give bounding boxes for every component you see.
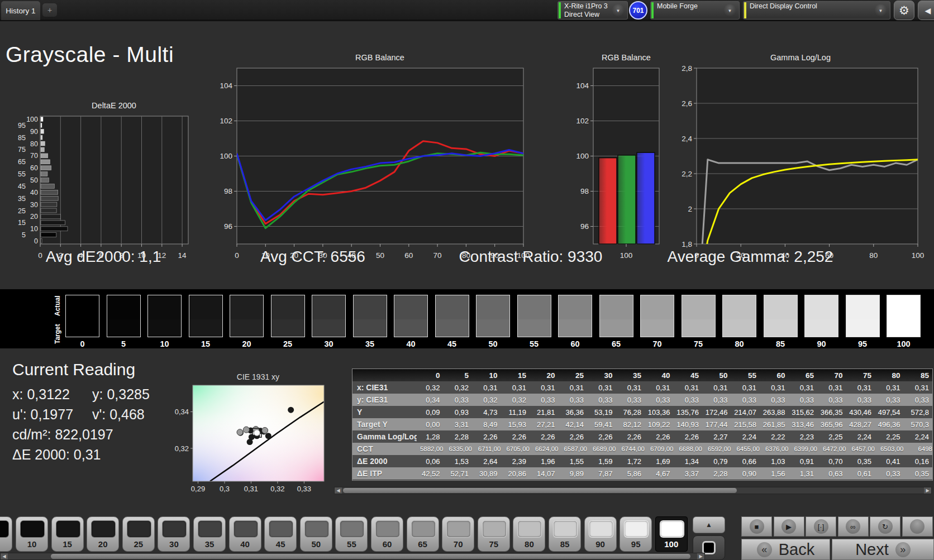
table-cell: 11,19 <box>503 406 532 418</box>
pattern-scrollbar-thumb[interactable] <box>51 554 690 559</box>
meter-status-badge[interactable]: 701 <box>629 1 647 20</box>
display-control-dropdown[interactable]: Direct Display Control ▼ <box>743 1 890 20</box>
pattern-level-button-75[interactable]: 75 <box>478 516 510 552</box>
scroll-left-icon[interactable]: ◀ <box>335 487 342 494</box>
scroll-left-icon[interactable]: ◀ <box>1 553 8 559</box>
collapse-panel-button[interactable]: ◀ <box>918 1 934 20</box>
pattern-level-swatch <box>269 520 293 538</box>
pattern-level-label: 85 <box>549 539 580 549</box>
pattern-level-button-90[interactable]: 90 <box>584 516 617 552</box>
table-cell: 6376,00 <box>762 443 791 455</box>
svg-text:0: 0 <box>38 251 42 260</box>
table-cell: 1,56 <box>762 467 791 480</box>
svg-text:DeltaE 2000: DeltaE 2000 <box>92 101 136 110</box>
back-button[interactable]: « Back <box>741 539 830 560</box>
table-cell: 4,67 <box>647 467 676 480</box>
pattern-level-button-80[interactable]: 80 <box>513 516 545 552</box>
swatch-actual <box>518 295 551 319</box>
next-button[interactable]: Next » <box>832 539 934 560</box>
table-row: ΔE 20000,061,532,642,391,961,551,591,721… <box>352 455 933 467</box>
pattern-level-button-95[interactable]: 95 <box>620 516 652 552</box>
pattern-level-button-10[interactable]: 10 <box>16 516 48 552</box>
scroll-right-icon[interactable]: ▶ <box>697 553 704 559</box>
table-col-header: 10 <box>474 369 503 381</box>
blank-button[interactable] <box>902 516 933 537</box>
step-button[interactable]: [·] <box>806 516 836 537</box>
pattern-level-button-30[interactable]: 30 <box>158 516 190 552</box>
svg-text:5: 5 <box>22 231 26 239</box>
pattern-level-button-25[interactable]: 25 <box>122 516 155 552</box>
table-col-header: 30 <box>589 369 618 381</box>
scroll-right-icon[interactable]: ▶ <box>924 487 931 494</box>
table-corner-cell <box>352 369 417 381</box>
table-cell: 0,00 <box>417 418 446 430</box>
left-arrow-icon: ◀ <box>925 6 931 15</box>
table-cell: 261,85 <box>762 418 791 430</box>
pattern-level-swatch <box>517 520 542 538</box>
pattern-level-label: 100 <box>656 539 687 549</box>
grayscale-swatch-60 <box>558 295 592 337</box>
table-scrollbar-thumb[interactable] <box>343 488 737 493</box>
svg-text:50: 50 <box>376 251 384 260</box>
pattern-level-button-65[interactable]: 65 <box>407 516 439 552</box>
table-cell: 6457,00 <box>849 443 878 455</box>
pattern-up-button[interactable]: ▲ <box>693 516 725 533</box>
table-cell: 0,31 <box>877 381 906 394</box>
pattern-scrollbar[interactable]: ◀ ▶ <box>0 553 705 560</box>
settings-button[interactable]: ⚙ <box>894 1 914 20</box>
chevron-up-icon: ▲ <box>706 521 712 529</box>
svg-text:0,29: 0,29 <box>191 485 205 493</box>
pattern-level-button-45[interactable]: 45 <box>264 516 297 552</box>
table-cell: 570,3 <box>906 418 933 430</box>
pattern-level-button-35[interactable]: 35 <box>193 516 226 552</box>
svg-text:50: 50 <box>30 176 38 184</box>
table-scrollbar[interactable]: ◀ ▶ <box>334 487 932 494</box>
table-cell: 0,06 <box>417 455 446 467</box>
pattern-level-button-70[interactable]: 70 <box>442 516 474 552</box>
table-cell: 2,25 <box>877 430 906 443</box>
table-cell: 0,33 <box>849 394 878 406</box>
pattern-level-swatch <box>624 520 649 538</box>
chevrons-right-icon: » <box>895 542 911 557</box>
table-cell: 0,33 <box>733 394 763 406</box>
table-cell: 0,34 <box>417 394 446 406</box>
table-cell: 0,31 <box>589 381 618 394</box>
pattern-level-button-100[interactable]: 100 <box>655 516 688 552</box>
charts-canvas: 0246810121405101520253035404550556065707… <box>0 50 934 262</box>
svg-text:20: 20 <box>30 213 38 221</box>
pattern-level-button-20[interactable]: 20 <box>87 516 119 552</box>
pattern-level-button-15[interactable]: 15 <box>51 516 84 552</box>
table-cell: 0,31 <box>791 381 820 394</box>
pattern-level-button-5[interactable]: 5 <box>0 516 12 552</box>
pattern-level-button-60[interactable]: 60 <box>371 516 403 552</box>
table-cell: 0,79 <box>704 455 733 467</box>
reading-value: y: 0,3285 <box>92 386 172 403</box>
svg-text:0,34: 0,34 <box>175 408 189 416</box>
pattern-level-button-85[interactable]: 85 <box>549 516 581 552</box>
table-col-header: 55 <box>733 369 763 381</box>
refresh-button[interactable]: ↻ <box>870 516 900 537</box>
pattern-level-label: 65 <box>407 539 439 549</box>
swatch-target <box>476 319 509 337</box>
table-cell: 9,89 <box>561 467 590 480</box>
stop-button[interactable]: ■ <box>741 516 772 537</box>
loop-infinite-button[interactable]: ∞ <box>838 516 869 537</box>
display-control-status-bar <box>744 2 746 18</box>
pattern-source-dropdown[interactable]: Mobile Forge ▼ <box>650 1 740 20</box>
pattern-level-button-55[interactable]: 55 <box>335 516 368 552</box>
pattern-level-button-50[interactable]: 50 <box>300 516 332 552</box>
table-cell: 0,61 <box>849 467 878 480</box>
stat-contrast-ratio: Contrast Ratio: 9330 <box>459 248 603 266</box>
swatch-target <box>518 319 551 337</box>
play-button[interactable]: ▶ <box>774 516 804 537</box>
meter-dropdown[interactable]: X-Rite i1Pro 3 Direct View ▼ <box>557 1 628 20</box>
table-cell: 2,23 <box>791 430 820 443</box>
add-tab-button[interactable]: + <box>42 3 57 17</box>
table-row-label: y: CIE31 <box>352 394 417 406</box>
table-cell: 1,53 <box>446 455 475 467</box>
table-cell: 109,22 <box>647 418 676 430</box>
table-cell: 2,24 <box>906 430 933 443</box>
tab-history-1[interactable]: History 1 <box>1 1 40 20</box>
strip-level-label: 30 <box>312 339 346 348</box>
pattern-level-button-40[interactable]: 40 <box>229 516 261 552</box>
